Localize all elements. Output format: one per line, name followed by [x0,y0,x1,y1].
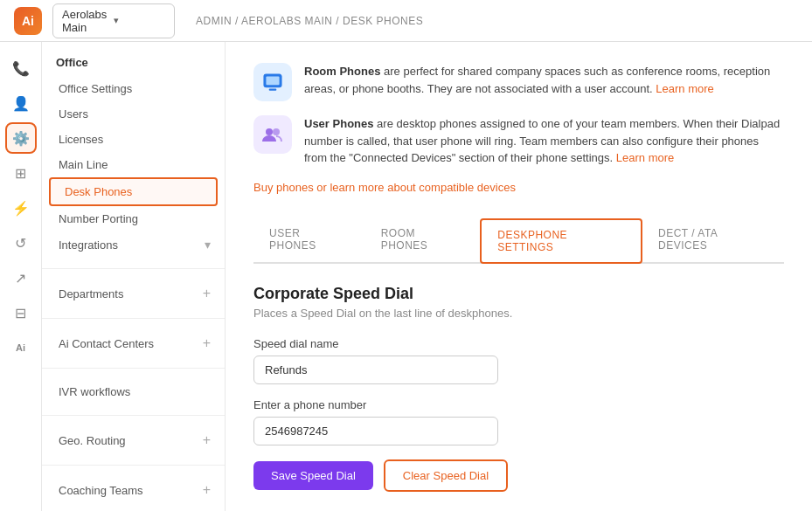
icon-nav: 📞 👤 ⚙️ ⊞ ⚡ ↺ ↗ ⊟ Ai [0,42,42,511]
sidebar-item-licenses[interactable]: Licenses [42,127,225,152]
sidebar-item-desk-phones[interactable]: Desk Phones [49,177,218,206]
plus-icon: + [203,286,211,301]
room-phones-icon [253,63,292,101]
phone-number-label: Enter a phone number [253,398,784,411]
sidebar-divider-2 [42,318,225,319]
sidebar-item-departments[interactable]: Departments + [42,280,225,307]
svg-point-4 [266,128,273,135]
nav-icon-history[interactable]: ↺ [5,227,37,259]
user-phones-learn-more-link[interactable]: Learn more [616,151,674,164]
chevron-down-icon: ▾ [205,238,211,252]
app-logo: Ai [14,7,42,35]
room-phones-text: Room Phones are perfect for shared compa… [304,63,784,97]
sidebar-divider-3 [42,368,225,369]
nav-icon-gear[interactable]: ⚙️ [5,122,37,154]
section-subtitle: Places a Speed Dial on the last line of … [253,307,784,320]
tab-deskphone-settings[interactable]: DESKPHONE SETTINGS [480,218,642,264]
sidebar: Office Office Settings Users Licenses Ma… [42,42,226,511]
tab-user-phones[interactable]: USER PHONES [253,218,365,264]
room-phones-card: Room Phones are perfect for shared compa… [253,63,784,101]
top-bar: Ai Aerolabs Main ▾ ADMIN / AEROLABS MAIN… [0,0,812,42]
button-group: Save Speed Dial Clear Speed Dial [253,459,784,492]
user-phones-text: User Phones are desktop phones assigned … [304,115,784,167]
sidebar-item-ivr[interactable]: IVR workflows [42,379,225,404]
tab-room-phones[interactable]: ROOM PHONES [365,218,481,264]
section-title: Corporate Speed Dial [253,285,784,303]
sidebar-item-coaching-teams[interactable]: Coaching Teams + [42,476,225,504]
user-phones-card: User Phones are desktop phones assigned … [253,115,784,167]
plus-icon: + [203,482,211,498]
sidebar-item-integrations[interactable]: Integrations ▾ [42,231,225,258]
nav-icon-arrow-up[interactable]: ↗ [5,262,37,293]
sidebar-section-office: Office [42,56,225,76]
speed-dial-name-label: Speed dial name [253,337,784,350]
sidebar-divider-1 [42,268,225,269]
speed-dial-name-input[interactable] [253,356,498,384]
plus-icon: + [203,335,211,351]
sidebar-item-geo-routing[interactable]: Geo. Routing + [42,426,225,454]
svg-rect-1 [269,89,277,91]
sidebar-divider-5 [42,465,225,466]
plus-icon: + [203,432,211,448]
nav-icon-activity[interactable]: ⚡ [5,192,37,224]
chevron-down-icon: ▾ [114,15,165,26]
sidebar-divider-4 [42,415,225,416]
nav-icon-ai[interactable]: Ai [5,332,37,363]
org-selector[interactable]: Aerolabs Main ▾ [52,3,175,38]
buy-phones-link[interactable]: Buy phones or learn more about compatibl… [253,181,516,194]
main-content: Room Phones are perfect for shared compa… [226,42,812,511]
svg-point-5 [273,128,280,135]
main-layout: 📞 👤 ⚙️ ⊞ ⚡ ↺ ↗ ⊟ Ai Office Office Settin… [0,42,812,511]
speed-dial-section: Corporate Speed Dial Places a Speed Dial… [253,285,784,492]
clear-speed-dial-button[interactable]: Clear Speed Dial [384,459,508,492]
sidebar-item-users[interactable]: Users [42,101,225,127]
nav-icon-phone[interactable]: 📞 [5,52,37,84]
save-speed-dial-button[interactable]: Save Speed Dial [253,461,373,490]
nav-icon-apps[interactable]: ⊟ [5,297,37,328]
room-phones-learn-more-link[interactable]: Learn more [656,82,713,95]
sidebar-item-contact-centers[interactable]: Ai Contact Centers + [42,329,225,357]
sidebar-item-number-porting[interactable]: Number Porting [42,206,225,231]
phone-number-input[interactable] [253,417,498,445]
tab-dect-ata[interactable]: DECT / ATA DEVICES [642,218,784,264]
user-phones-icon [253,115,292,154]
org-name: Aerolabs Main [62,8,114,34]
nav-icon-person[interactable]: 👤 [5,87,37,119]
sidebar-item-office-settings[interactable]: Office Settings [42,76,225,101]
svg-rect-3 [266,77,279,86]
sidebar-item-main-line[interactable]: Main Line [42,152,225,177]
nav-icon-grid[interactable]: ⊞ [5,157,37,189]
tabs-bar: USER PHONES ROOM PHONES DESKPHONE SETTIN… [253,218,784,264]
breadcrumb: ADMIN / AEROLABS MAIN / DESK PHONES [196,15,423,27]
